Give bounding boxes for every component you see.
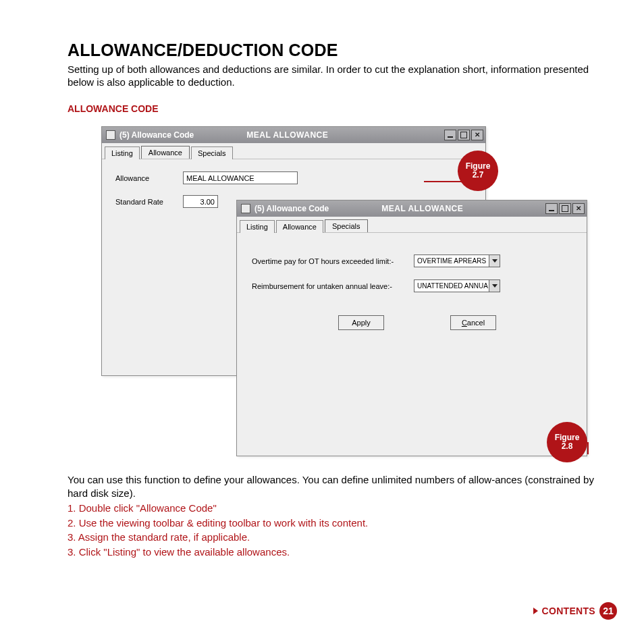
ot-pay-dropdown[interactable]: OVERTIME APREARS <box>414 254 500 267</box>
minimize-icon[interactable] <box>444 130 456 140</box>
maximize-icon[interactable] <box>559 203 571 214</box>
figure-label: Figure <box>466 162 491 171</box>
step-4: 3. Click "Listing" to view the available… <box>68 545 598 560</box>
minimize-icon[interactable] <box>545 203 558 214</box>
tab-allowance[interactable]: Allowance <box>141 146 190 159</box>
page-number: 21 <box>599 602 617 620</box>
page-footer: CONTENTS 21 <box>533 602 617 620</box>
leave-reimbursement-label: Reimbursement for untaken annual leave:- <box>252 282 414 290</box>
titlebar-2: (5) Allowance Code MEAL ALLOWANCE <box>237 200 587 217</box>
steps-list: 1. Double click "Allowance Code" 2. Use … <box>68 501 598 560</box>
ot-pay-label: Overtime pay for OT hours exceeded limit… <box>252 257 414 265</box>
figure-number: 2.7 <box>473 171 484 180</box>
tab-allowance[interactable]: Allowance <box>276 220 323 233</box>
figure-connector-line <box>587 442 589 454</box>
step-1: 1. Double click "Allowance Code" <box>68 501 598 516</box>
cancel-button[interactable]: Cancel <box>450 315 496 330</box>
leave-reimbursement-dropdown[interactable]: UNATTENDED ANNUA <box>414 279 500 292</box>
leave-reimbursement-value: UNATTENDED ANNUA <box>417 282 489 290</box>
intro-text: Setting up of both allowances and deduct… <box>68 63 598 88</box>
window-title-1b: MEAL ALLOWANCE <box>246 130 328 140</box>
close-icon[interactable] <box>572 203 585 214</box>
page-title: ALLOWANCE/DEDUCTION CODE <box>68 41 598 60</box>
section-heading: ALLOWANCE CODE <box>68 103 598 114</box>
close-icon[interactable] <box>471 130 483 140</box>
ot-pay-value: OVERTIME APREARS <box>417 257 489 265</box>
allowance-label: Allowance <box>115 174 183 182</box>
figure-number: 2.8 <box>562 442 573 452</box>
chevron-down-icon <box>489 255 500 267</box>
window-icon <box>241 204 250 213</box>
apply-button[interactable]: Apply <box>338 315 384 330</box>
window-body-2: Overtime pay for OT hours exceeded limit… <box>237 233 587 352</box>
step-2: 2. Use the viewing toolbar & editing too… <box>68 516 598 531</box>
tabbar-1: Listing Allowance Specials <box>102 143 485 159</box>
step-3: 3. Assign the standard rate, if applicab… <box>68 530 598 545</box>
description-text: You can use this function to define your… <box>68 473 598 499</box>
tab-listing[interactable]: Listing <box>240 220 275 233</box>
window-icon <box>106 130 115 140</box>
standard-rate-label: Standard Rate <box>115 198 183 206</box>
window-title-1a: (5) Allowance Code <box>119 130 194 140</box>
triangle-right-icon <box>533 608 538 614</box>
figure-badge-2-8: Figure 2.8 <box>547 422 587 462</box>
figures-area: (5) Allowance Code MEAL ALLOWANCE Listin… <box>101 126 601 464</box>
titlebar-1: (5) Allowance Code MEAL ALLOWANCE <box>102 127 485 143</box>
figure-label: Figure <box>555 433 580 443</box>
tabbar-2: Listing Allowance Specials <box>237 217 587 233</box>
contents-link[interactable]: CONTENTS <box>542 606 595 616</box>
window-title-2b: MEAL ALLOWANCE <box>381 204 463 213</box>
standard-rate-input[interactable] <box>183 195 218 208</box>
figure-badge-2-7: Figure 2.7 <box>458 151 498 191</box>
window-title-2a: (5) Allowance Code <box>254 204 329 213</box>
maximize-icon[interactable] <box>458 130 470 140</box>
tab-specials[interactable]: Specials <box>191 146 233 159</box>
tab-specials[interactable]: Specials <box>325 219 368 232</box>
tab-listing[interactable]: Listing <box>105 146 140 159</box>
window-allowance-code-2: (5) Allowance Code MEAL ALLOWANCE Listin… <box>236 200 587 456</box>
chevron-down-icon <box>489 280 500 292</box>
allowance-input[interactable] <box>183 171 298 184</box>
